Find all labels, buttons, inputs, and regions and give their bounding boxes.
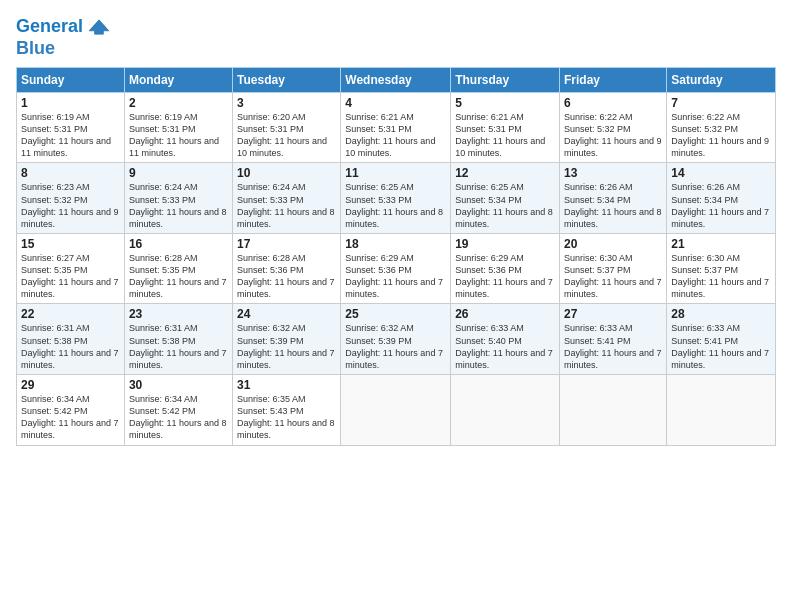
table-row: 26Sunrise: 6:33 AMSunset: 5:40 PMDayligh… [451, 304, 560, 375]
day-number: 8 [21, 166, 120, 180]
table-row: 14Sunrise: 6:26 AMSunset: 5:34 PMDayligh… [667, 163, 776, 234]
day-info: Sunrise: 6:24 AMSunset: 5:33 PMDaylight:… [129, 181, 228, 230]
day-number: 29 [21, 378, 120, 392]
day-info: Sunrise: 6:33 AMSunset: 5:41 PMDaylight:… [564, 322, 662, 371]
day-number: 30 [129, 378, 228, 392]
day-info: Sunrise: 6:31 AMSunset: 5:38 PMDaylight:… [21, 322, 120, 371]
day-info: Sunrise: 6:34 AMSunset: 5:42 PMDaylight:… [21, 393, 120, 442]
table-row [667, 375, 776, 446]
day-number: 12 [455, 166, 555, 180]
day-number: 17 [237, 237, 336, 251]
table-row: 5Sunrise: 6:21 AMSunset: 5:31 PMDaylight… [451, 92, 560, 163]
logo: General Blue [16, 16, 110, 59]
day-number: 23 [129, 307, 228, 321]
table-row: 1Sunrise: 6:19 AMSunset: 5:31 PMDaylight… [17, 92, 125, 163]
table-row: 9Sunrise: 6:24 AMSunset: 5:33 PMDaylight… [124, 163, 232, 234]
day-number: 14 [671, 166, 771, 180]
table-row: 29Sunrise: 6:34 AMSunset: 5:42 PMDayligh… [17, 375, 125, 446]
day-info: Sunrise: 6:25 AMSunset: 5:33 PMDaylight:… [345, 181, 446, 230]
table-row: 13Sunrise: 6:26 AMSunset: 5:34 PMDayligh… [560, 163, 667, 234]
day-number: 4 [345, 96, 446, 110]
table-row: 30Sunrise: 6:34 AMSunset: 5:42 PMDayligh… [124, 375, 232, 446]
day-number: 10 [237, 166, 336, 180]
day-info: Sunrise: 6:27 AMSunset: 5:35 PMDaylight:… [21, 252, 120, 301]
day-number: 21 [671, 237, 771, 251]
day-info: Sunrise: 6:29 AMSunset: 5:36 PMDaylight:… [455, 252, 555, 301]
day-number: 18 [345, 237, 446, 251]
table-row: 4Sunrise: 6:21 AMSunset: 5:31 PMDaylight… [341, 92, 451, 163]
svg-marker-0 [89, 20, 109, 34]
table-row: 28Sunrise: 6:33 AMSunset: 5:41 PMDayligh… [667, 304, 776, 375]
day-info: Sunrise: 6:22 AMSunset: 5:32 PMDaylight:… [671, 111, 771, 160]
day-info: Sunrise: 6:23 AMSunset: 5:32 PMDaylight:… [21, 181, 120, 230]
day-number: 1 [21, 96, 120, 110]
day-info: Sunrise: 6:28 AMSunset: 5:36 PMDaylight:… [237, 252, 336, 301]
day-number: 16 [129, 237, 228, 251]
table-row: 22Sunrise: 6:31 AMSunset: 5:38 PMDayligh… [17, 304, 125, 375]
day-info: Sunrise: 6:19 AMSunset: 5:31 PMDaylight:… [21, 111, 120, 160]
day-number: 3 [237, 96, 336, 110]
table-row: 17Sunrise: 6:28 AMSunset: 5:36 PMDayligh… [233, 233, 341, 304]
day-number: 24 [237, 307, 336, 321]
header-tuesday: Tuesday [233, 67, 341, 92]
day-info: Sunrise: 6:21 AMSunset: 5:31 PMDaylight:… [455, 111, 555, 160]
table-row: 3Sunrise: 6:20 AMSunset: 5:31 PMDaylight… [233, 92, 341, 163]
day-number: 9 [129, 166, 228, 180]
day-info: Sunrise: 6:25 AMSunset: 5:34 PMDaylight:… [455, 181, 555, 230]
day-number: 7 [671, 96, 771, 110]
calendar-header-row: Sunday Monday Tuesday Wednesday Thursday… [17, 67, 776, 92]
day-info: Sunrise: 6:33 AMSunset: 5:40 PMDaylight:… [455, 322, 555, 371]
day-number: 28 [671, 307, 771, 321]
day-info: Sunrise: 6:20 AMSunset: 5:31 PMDaylight:… [237, 111, 336, 160]
table-row: 15Sunrise: 6:27 AMSunset: 5:35 PMDayligh… [17, 233, 125, 304]
table-row [451, 375, 560, 446]
table-row: 25Sunrise: 6:32 AMSunset: 5:39 PMDayligh… [341, 304, 451, 375]
table-row: 24Sunrise: 6:32 AMSunset: 5:39 PMDayligh… [233, 304, 341, 375]
table-row [341, 375, 451, 446]
table-row: 12Sunrise: 6:25 AMSunset: 5:34 PMDayligh… [451, 163, 560, 234]
table-row: 21Sunrise: 6:30 AMSunset: 5:37 PMDayligh… [667, 233, 776, 304]
day-number: 5 [455, 96, 555, 110]
header-saturday: Saturday [667, 67, 776, 92]
day-info: Sunrise: 6:26 AMSunset: 5:34 PMDaylight:… [564, 181, 662, 230]
table-row: 19Sunrise: 6:29 AMSunset: 5:36 PMDayligh… [451, 233, 560, 304]
day-number: 15 [21, 237, 120, 251]
table-row: 7Sunrise: 6:22 AMSunset: 5:32 PMDaylight… [667, 92, 776, 163]
day-number: 26 [455, 307, 555, 321]
day-info: Sunrise: 6:21 AMSunset: 5:31 PMDaylight:… [345, 111, 446, 160]
day-info: Sunrise: 6:24 AMSunset: 5:33 PMDaylight:… [237, 181, 336, 230]
table-row: 18Sunrise: 6:29 AMSunset: 5:36 PMDayligh… [341, 233, 451, 304]
header-wednesday: Wednesday [341, 67, 451, 92]
day-number: 25 [345, 307, 446, 321]
day-info: Sunrise: 6:29 AMSunset: 5:36 PMDaylight:… [345, 252, 446, 301]
day-number: 13 [564, 166, 662, 180]
table-row: 10Sunrise: 6:24 AMSunset: 5:33 PMDayligh… [233, 163, 341, 234]
header-monday: Monday [124, 67, 232, 92]
table-row: 27Sunrise: 6:33 AMSunset: 5:41 PMDayligh… [560, 304, 667, 375]
table-row: 23Sunrise: 6:31 AMSunset: 5:38 PMDayligh… [124, 304, 232, 375]
calendar: Sunday Monday Tuesday Wednesday Thursday… [16, 67, 776, 446]
day-info: Sunrise: 6:26 AMSunset: 5:34 PMDaylight:… [671, 181, 771, 230]
table-row: 2Sunrise: 6:19 AMSunset: 5:31 PMDaylight… [124, 92, 232, 163]
day-info: Sunrise: 6:32 AMSunset: 5:39 PMDaylight:… [237, 322, 336, 371]
table-row: 20Sunrise: 6:30 AMSunset: 5:37 PMDayligh… [560, 233, 667, 304]
table-row: 6Sunrise: 6:22 AMSunset: 5:32 PMDaylight… [560, 92, 667, 163]
day-info: Sunrise: 6:34 AMSunset: 5:42 PMDaylight:… [129, 393, 228, 442]
header-friday: Friday [560, 67, 667, 92]
day-number: 19 [455, 237, 555, 251]
table-row: 11Sunrise: 6:25 AMSunset: 5:33 PMDayligh… [341, 163, 451, 234]
day-number: 6 [564, 96, 662, 110]
day-info: Sunrise: 6:30 AMSunset: 5:37 PMDaylight:… [564, 252, 662, 301]
day-info: Sunrise: 6:35 AMSunset: 5:43 PMDaylight:… [237, 393, 336, 442]
day-number: 22 [21, 307, 120, 321]
page-header: General Blue [16, 16, 776, 59]
table-row: 31Sunrise: 6:35 AMSunset: 5:43 PMDayligh… [233, 375, 341, 446]
table-row [560, 375, 667, 446]
day-number: 2 [129, 96, 228, 110]
day-info: Sunrise: 6:19 AMSunset: 5:31 PMDaylight:… [129, 111, 228, 160]
table-row: 8Sunrise: 6:23 AMSunset: 5:32 PMDaylight… [17, 163, 125, 234]
day-number: 11 [345, 166, 446, 180]
header-sunday: Sunday [17, 67, 125, 92]
day-info: Sunrise: 6:31 AMSunset: 5:38 PMDaylight:… [129, 322, 228, 371]
day-info: Sunrise: 6:32 AMSunset: 5:39 PMDaylight:… [345, 322, 446, 371]
